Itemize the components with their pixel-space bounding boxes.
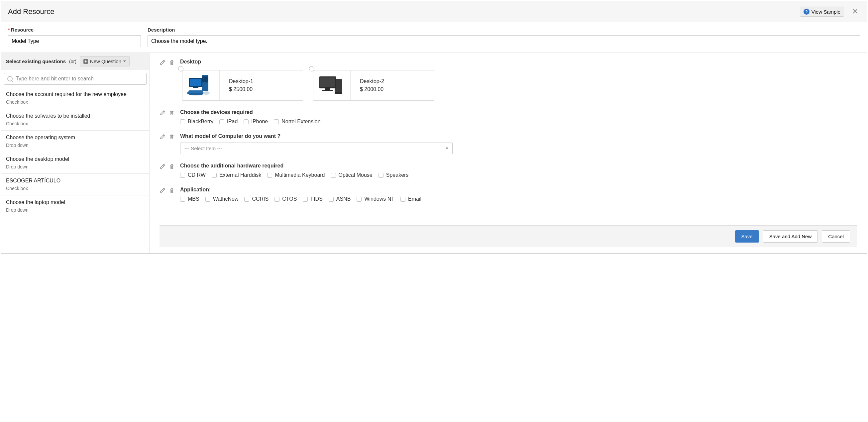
save-and-add-new-button[interactable]: Save and Add New bbox=[763, 230, 818, 243]
plus-icon: + bbox=[84, 59, 88, 64]
delete-icon[interactable] bbox=[169, 163, 175, 170]
checkbox-ipad[interactable]: iPad bbox=[219, 119, 238, 125]
question-title: Choose the laptop model bbox=[6, 199, 145, 205]
section-devices: Choose the devices required BlackBerry i… bbox=[159, 109, 857, 125]
delete-icon[interactable] bbox=[169, 59, 175, 65]
radio-card-desktop-2[interactable]: Desktop-2 $ 2000.00 bbox=[311, 68, 434, 101]
section-application: Application: MBS WathcNow CCRIS CTOS FID… bbox=[159, 187, 857, 202]
question-type: Check box bbox=[6, 99, 145, 105]
question-type: Drop down bbox=[6, 164, 145, 170]
left-toolbar: Select existing questions (or) + New Que… bbox=[1, 53, 149, 70]
radio-icon[interactable] bbox=[309, 66, 314, 71]
checkbox-icon bbox=[274, 119, 279, 124]
list-item[interactable]: Choose the operating system Drop down bbox=[1, 130, 149, 152]
description-field-group: Description bbox=[148, 27, 860, 47]
section-hardware: Choose the additional hardware required … bbox=[159, 163, 857, 178]
checkbox-fids[interactable]: FIDS bbox=[303, 196, 322, 202]
delete-icon[interactable] bbox=[169, 110, 175, 116]
or-label: (or) bbox=[69, 59, 76, 64]
checkbox-iphone[interactable]: iPhone bbox=[244, 119, 268, 125]
delete-icon[interactable] bbox=[169, 187, 175, 193]
card-price: $ 2000.00 bbox=[360, 86, 424, 92]
question-type: Check box bbox=[6, 186, 145, 191]
delete-icon[interactable] bbox=[169, 134, 175, 140]
checkbox-mm-keyboard[interactable]: Multimedia Keyboard bbox=[267, 172, 325, 178]
save-button[interactable]: Save bbox=[735, 230, 759, 243]
section-title: Choose the devices required bbox=[180, 109, 857, 115]
edit-icon[interactable] bbox=[159, 187, 165, 193]
checkbox-icon bbox=[244, 119, 249, 124]
checkbox-mbs[interactable]: MBS bbox=[180, 196, 199, 202]
question-type: Drop down bbox=[6, 143, 145, 148]
help-icon: ? bbox=[804, 9, 809, 14]
card-box: Desktop-1 $ 2500.00 bbox=[182, 70, 303, 101]
checkbox-email[interactable]: Email bbox=[400, 196, 422, 202]
checkbox-icon bbox=[378, 173, 383, 178]
section-model: What model of Computer do you want ? ---… bbox=[159, 133, 857, 154]
svg-rect-3 bbox=[190, 79, 202, 86]
checkbox-watchnow[interactable]: WathcNow bbox=[205, 196, 239, 202]
radio-icon[interactable] bbox=[178, 66, 183, 71]
header-right: ? View Sample ✕ bbox=[800, 7, 860, 17]
question-type: Drop down bbox=[6, 207, 145, 213]
checkbox-external-hdd[interactable]: External Harddisk bbox=[212, 172, 261, 178]
section-content: What model of Computer do you want ? ---… bbox=[180, 133, 857, 154]
edit-icon[interactable] bbox=[159, 110, 165, 116]
card-text: Desktop-1 $ 2500.00 bbox=[220, 70, 303, 100]
resource-field-group: *Resource bbox=[8, 27, 141, 47]
checkbox-optical-mouse[interactable]: Optical Mouse bbox=[331, 172, 373, 178]
select-existing-label: Select existing questions bbox=[6, 59, 66, 64]
body-split: Select existing questions (or) + New Que… bbox=[1, 53, 867, 253]
view-sample-button[interactable]: ? View Sample bbox=[800, 7, 844, 17]
card-text: Desktop-2 $ 2000.00 bbox=[350, 70, 434, 100]
section-content: Application: MBS WathcNow CCRIS CTOS FID… bbox=[180, 187, 857, 202]
section-title: Choose the additional hardware required bbox=[180, 163, 857, 169]
section-desktop: Desktop bbox=[159, 59, 857, 101]
svg-rect-11 bbox=[326, 88, 330, 90]
desktop-image-icon bbox=[182, 70, 220, 100]
checkbox-ccris[interactable]: CCRIS bbox=[244, 196, 269, 202]
svg-point-7 bbox=[203, 91, 210, 95]
checkbox-icon bbox=[219, 119, 224, 124]
checkbox-cdrw[interactable]: CD RW bbox=[180, 172, 206, 178]
checkbox-icon bbox=[303, 197, 308, 202]
section-title: Application: bbox=[180, 187, 857, 193]
search-input[interactable] bbox=[4, 73, 147, 85]
select-placeholder: --- Select Item --- bbox=[184, 146, 222, 151]
top-fields: *Resource Description bbox=[1, 22, 867, 53]
edit-icon[interactable] bbox=[159, 163, 165, 170]
new-question-label: New Question bbox=[90, 59, 121, 64]
checkbox-nortel[interactable]: Nortel Extension bbox=[274, 119, 320, 125]
checkbox-icon bbox=[205, 197, 210, 202]
question-type: Check box bbox=[6, 121, 145, 126]
cancel-button[interactable]: Cancel bbox=[822, 230, 850, 243]
new-question-button[interactable]: + New Question bbox=[80, 56, 130, 66]
checkbox-ctos[interactable]: CTOS bbox=[275, 196, 297, 202]
checkbox-icon bbox=[212, 173, 217, 178]
question-title: ESCOGER ARTÍCULO bbox=[6, 178, 145, 184]
checkbox-asnb[interactable]: ASNB bbox=[329, 196, 351, 202]
close-button[interactable]: ✕ bbox=[850, 7, 860, 16]
checkbox-windows-nt[interactable]: Windows NT bbox=[356, 196, 395, 202]
required-star-icon: * bbox=[8, 27, 10, 33]
list-item[interactable]: ESCOGER ARTÍCULO Check box bbox=[1, 174, 149, 195]
svg-rect-1 bbox=[203, 77, 208, 82]
footer-bar: Save Save and Add New Cancel bbox=[159, 225, 857, 247]
edit-icon[interactable] bbox=[159, 134, 165, 140]
search-container bbox=[4, 73, 147, 85]
model-select[interactable]: --- Select Item --- bbox=[180, 143, 453, 154]
search-wrap bbox=[1, 70, 149, 87]
list-item[interactable]: Choose the sofwares to be installed Chec… bbox=[1, 109, 149, 130]
list-item[interactable]: Choose the laptop model Drop down bbox=[1, 195, 149, 217]
section-content: Desktop bbox=[180, 59, 857, 101]
checkbox-speakers[interactable]: Speakers bbox=[378, 172, 409, 178]
edit-icon[interactable] bbox=[159, 59, 165, 65]
checkbox-blackberry[interactable]: BlackBerry bbox=[180, 119, 213, 125]
checkbox-icon bbox=[275, 197, 279, 202]
list-item[interactable]: Choose the desktop model Drop down bbox=[1, 152, 149, 174]
radio-card-desktop-1[interactable]: Desktop-1 $ 2500.00 bbox=[180, 68, 303, 101]
checkbox-icon bbox=[180, 119, 185, 124]
description-input[interactable] bbox=[148, 35, 860, 47]
list-item[interactable]: Choose the account required for the new … bbox=[1, 87, 149, 109]
resource-input[interactable] bbox=[8, 35, 141, 47]
